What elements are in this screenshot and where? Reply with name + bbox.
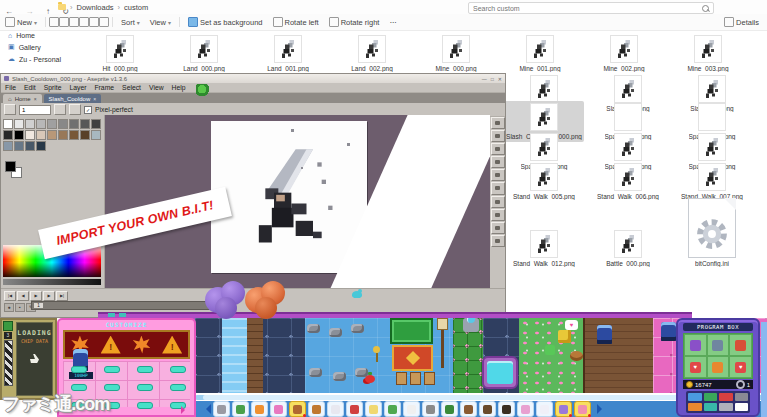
- sprite-canvas[interactable]: [211, 121, 367, 273]
- aseprite-titlebar[interactable]: Slash_Cooldown_000.png - Aseprite v1.3.6…: [1, 74, 505, 83]
- minimize-button[interactable]: —: [482, 76, 487, 82]
- stool[interactable]: [396, 372, 407, 385]
- sidebar-item[interactable]: ☁ Zu - Personal: [0, 53, 78, 65]
- customize-slot-button[interactable]: [137, 402, 153, 409]
- palette-swatch[interactable]: [36, 119, 46, 129]
- zoom-tool-icon[interactable]: [491, 196, 505, 208]
- palette-item[interactable]: [479, 401, 496, 417]
- palette-swatch[interactable]: [14, 130, 24, 140]
- pixel-perfect-checkbox[interactable]: ✓: [84, 106, 92, 114]
- file-item[interactable]: Mine_002.png: [584, 33, 664, 74]
- breadcrumb-custom[interactable]: custom: [124, 3, 148, 12]
- pencil-tool-icon[interactable]: [491, 143, 505, 155]
- menu-item[interactable]: Layer: [65, 84, 90, 91]
- eyedropper-tool-icon[interactable]: [491, 182, 505, 194]
- paste-icon[interactable]: [69, 17, 79, 27]
- palette-left-arrow[interactable]: [201, 404, 211, 414]
- close-tab-icon[interactable]: ×: [34, 96, 37, 102]
- customize-slot-button[interactable]: [104, 384, 120, 391]
- customize-slot-button[interactable]: [170, 366, 186, 373]
- delete-icon[interactable]: [99, 17, 109, 27]
- water-tiles[interactable]: [222, 318, 247, 393]
- spray-tool-icon[interactable]: [491, 156, 505, 168]
- set-background-button[interactable]: Set as background: [188, 17, 263, 27]
- search-input[interactable]: [469, 5, 702, 12]
- palette-swatch[interactable]: [3, 130, 13, 140]
- saturation-bar[interactable]: [3, 279, 101, 285]
- rotate-right-button[interactable]: Rotate right: [329, 17, 380, 27]
- tab-home[interactable]: ⌂ Home ×: [3, 94, 42, 103]
- palette-item[interactable]: [232, 401, 249, 417]
- lasso-tool-icon[interactable]: [491, 130, 505, 142]
- palette-swatch[interactable]: [14, 141, 24, 151]
- brush-size-input[interactable]: [19, 105, 51, 115]
- menu-item[interactable]: Sprite: [40, 84, 66, 91]
- stool[interactable]: [424, 372, 435, 385]
- program-slot[interactable]: ♥: [684, 356, 707, 378]
- tray-chip-icon[interactable]: [735, 393, 749, 401]
- menu-item[interactable]: Help: [168, 84, 190, 91]
- palette-swatch[interactable]: [47, 130, 57, 140]
- palette-item[interactable]: [441, 401, 458, 417]
- palette-item[interactable]: [384, 401, 401, 417]
- file-item[interactable]: Battle_000.png: [588, 228, 668, 269]
- palette-right-arrow[interactable]: [597, 404, 607, 414]
- frame-nav-button[interactable]: ▶: [30, 291, 42, 301]
- palette-item[interactable]: [346, 401, 363, 417]
- bridge-tiles[interactable]: [247, 318, 263, 393]
- palette-swatch[interactable]: [80, 119, 90, 129]
- palette-item[interactable]: [327, 401, 344, 417]
- palette-item[interactable]: [289, 401, 306, 417]
- palette-swatch[interactable]: [3, 119, 13, 129]
- carpet-furniture[interactable]: [392, 345, 433, 371]
- tray-chip-icon[interactable]: [704, 393, 718, 401]
- robot-character[interactable]: [597, 325, 612, 344]
- frame-nav-button[interactable]: ◀: [17, 291, 29, 301]
- customize-next-arrow[interactable]: [181, 406, 189, 414]
- scrollbar-thumb[interactable]: [203, 395, 683, 400]
- shapes-tool-icon[interactable]: [491, 235, 505, 247]
- palette-swatch[interactable]: [91, 119, 101, 129]
- palette-item[interactable]: [536, 401, 553, 417]
- customize-slot-button[interactable]: [137, 366, 153, 373]
- menu-item[interactable]: Edit: [20, 84, 40, 91]
- breadcrumb[interactable]: › Downloads › custom: [58, 2, 148, 12]
- rotate-left-button[interactable]: Rotate left: [273, 17, 319, 27]
- palette-item[interactable]: [308, 401, 325, 417]
- robot-character[interactable]: [661, 322, 676, 341]
- tray-chip-icon[interactable]: [719, 403, 733, 411]
- palette-item[interactable]: [403, 401, 420, 417]
- frame-nav-button[interactable]: ▶|: [56, 291, 68, 301]
- foreground-color[interactable]: [5, 161, 16, 172]
- customize-slot-button[interactable]: [137, 384, 153, 391]
- view-button[interactable]: View▾: [150, 18, 171, 27]
- program-slot[interactable]: [707, 356, 730, 378]
- wood-path-tiles[interactable]: [583, 318, 657, 393]
- maximize-button[interactable]: □: [491, 76, 494, 82]
- customize-slot-button[interactable]: [104, 366, 120, 373]
- palette-item[interactable]: [517, 401, 534, 417]
- bucket-tool-icon[interactable]: [491, 222, 505, 234]
- npc-sprite[interactable]: [545, 345, 555, 355]
- palette-item[interactable]: [213, 401, 230, 417]
- search-box[interactable]: [468, 2, 714, 14]
- program-slot[interactable]: [707, 334, 730, 356]
- menu-item[interactable]: File: [1, 84, 20, 91]
- program-slot[interactable]: ♥: [729, 356, 752, 378]
- ink-button[interactable]: [4, 104, 16, 115]
- close-tab-icon[interactable]: ×: [93, 96, 96, 102]
- customize-slot-button[interactable]: [71, 366, 87, 373]
- fg-bg-color-selector[interactable]: [5, 161, 21, 177]
- hot-tub[interactable]: [482, 356, 518, 389]
- palette-swatch[interactable]: [91, 130, 101, 140]
- new-button[interactable]: New▾: [5, 17, 37, 27]
- file-item[interactable]: Mine_001.png: [500, 33, 580, 74]
- palette-swatch[interactable]: [80, 130, 90, 140]
- palette-swatch[interactable]: [25, 141, 35, 151]
- npc-turtle[interactable]: [570, 351, 583, 361]
- sidebar-item[interactable]: ▣ Gallery: [0, 41, 78, 53]
- file-item[interactable]: Hit_000.png: [80, 33, 160, 74]
- palette-item[interactable]: [460, 401, 477, 417]
- file-item[interactable]: bitConfig.ini: [672, 196, 752, 269]
- tray-chip-icon[interactable]: [688, 393, 702, 401]
